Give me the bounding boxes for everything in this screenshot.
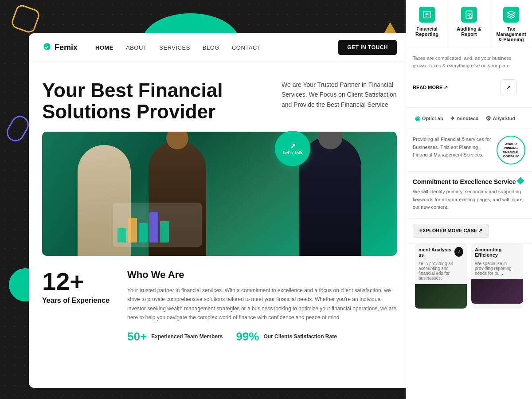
logo-icon	[42, 43, 52, 52]
years-number: 12+	[42, 269, 110, 294]
financial-reporting-icon	[419, 7, 435, 23]
explorer-section: EXPLORER MORE CASE ↗	[406, 219, 532, 243]
case-2-desc: We specialize in providing reporting nee…	[471, 261, 523, 279]
case-cards-section: ment Analysis ss ↗ ze in providing all a…	[406, 243, 532, 309]
nav-services[interactable]: SERVICES	[159, 43, 190, 51]
logo-opticlab: ◉ OpticLab	[415, 115, 443, 122]
hero-right-content: We are Your Trusted Partner in Financial…	[282, 80, 397, 118]
case-1-arrow[interactable]: ↗	[454, 247, 463, 257]
explorer-more-case-button[interactable]: EXPLORER MORE CASE ↗	[413, 224, 489, 238]
award-text: AWARD WINNING FINANCIAL COMPANY	[497, 140, 524, 160]
satisfaction-stat: 99% Our Clients Satisfaction Rate	[236, 330, 336, 344]
read-more-link[interactable]: READ MORE ↗	[413, 85, 448, 90]
stats-section: 12+ Years of Experience Who We Are Your …	[29, 256, 410, 344]
financial-reporting-label: Financial Reporting	[411, 26, 442, 37]
service-icons-row: Financial Reporting Auditing & Report Ta…	[406, 0, 532, 49]
hero-image	[42, 132, 397, 256]
about-text: Providing all Financial & services for B…	[413, 136, 492, 159]
logo-aliyastud: ⚙ AliyaStud	[485, 115, 516, 122]
get-in-touch-button[interactable]: GET IN TOUCH	[338, 40, 397, 55]
commitment-desc: We will identify primary, secondary and …	[413, 188, 525, 211]
lets-talk-label: Let's Talk	[283, 150, 303, 155]
hero-section: Your Best Financial Solutions Provider W…	[29, 62, 410, 123]
who-we-are-section: Who We Are Your trusted partner in finan…	[127, 269, 397, 344]
tax-description-section: Taxes are complicated, and, as your busi…	[406, 49, 532, 108]
commitment-title: Commitment to Excellence Service	[413, 178, 525, 185]
lets-talk-button[interactable]: ↗ Let's Talk	[275, 131, 310, 166]
nav-links: HOME ABOUT SERVICES BLOG CONTACT	[95, 43, 338, 51]
chart-visual	[113, 203, 202, 247]
about-text-block: Providing all Financial & services for B…	[413, 136, 492, 164]
nav-blog[interactable]: BLOG	[203, 43, 219, 51]
service-auditing: Auditing & Report	[448, 0, 490, 49]
tax-icon	[503, 7, 519, 23]
satisfaction-number: 99%	[236, 330, 259, 344]
service-financial-reporting: Financial Reporting	[406, 0, 448, 49]
team-label: Experienced Team Members	[151, 333, 223, 340]
hero-title: Your Best Financial Solutions Provider	[42, 80, 228, 123]
auditing-icon	[461, 7, 477, 23]
hero-description: We are Your Trusted Partner in Financial…	[282, 80, 397, 110]
lets-talk-arrow: ↗	[290, 142, 296, 150]
case-1-image	[415, 284, 467, 309]
right-panel: Financial Reporting Auditing & Report Ta…	[406, 0, 532, 399]
case-2-title: Accounting Efficiency	[475, 247, 520, 258]
case-2-image	[471, 279, 523, 304]
years-label: Years of Experience	[42, 296, 110, 305]
logo[interactable]: Femix	[42, 43, 78, 52]
arrow-icon: ↗	[506, 84, 511, 91]
mini-stats: 50+ Experienced Team Members 99% Our Cli…	[127, 330, 397, 344]
team-stat: 50+ Experienced Team Members	[127, 330, 223, 344]
about-award-section: Providing all Financial & services for B…	[406, 129, 532, 172]
main-content-card: Femix HOME ABOUT SERVICES BLOG CONTACT G…	[29, 33, 410, 388]
logo-mindtecd: ✦ mindtecd	[450, 115, 479, 122]
who-description: Your trusted partner in financial servic…	[127, 286, 397, 322]
tax-label: Tax Management & Planning	[496, 26, 527, 42]
satisfaction-label: Our Clients Satisfaction Rate	[263, 333, 336, 340]
who-title: Who We Are	[127, 269, 397, 281]
auditing-label: Auditing & Report	[454, 26, 485, 37]
logo-text: Femix	[55, 43, 78, 52]
logos-section: ◉ OpticLab ✦ mindtecd ⚙ AliyaStud	[406, 108, 532, 129]
case-card-2: Accounting Efficiency We specialize in p…	[471, 243, 523, 309]
case-1-desc: ze in providing all accounting and finan…	[415, 261, 467, 284]
tax-description: Taxes are complicated, and, as your busi…	[413, 55, 525, 69]
nav-about[interactable]: ABOUT	[126, 43, 147, 51]
nav-home[interactable]: HOME	[95, 43, 113, 51]
team-number: 50+	[127, 330, 147, 344]
navbar: Femix HOME ABOUT SERVICES BLOG CONTACT G…	[29, 33, 410, 62]
commitment-section: Commitment to Excellence Service We will…	[406, 172, 532, 219]
case-card-1: ment Analysis ss ↗ ze in providing all a…	[415, 243, 467, 309]
service-tax: Tax Management & Planning	[490, 0, 532, 49]
svg-point-2	[469, 15, 472, 18]
arrow-box-button[interactable]: ↗	[501, 79, 516, 95]
award-badge: AWARD WINNING FINANCIAL COMPANY	[497, 136, 525, 164]
case-1-title: ment Analysis ss	[419, 247, 454, 258]
nav-contact[interactable]: CONTACT	[232, 43, 261, 51]
years-stat: 12+ Years of Experience	[42, 269, 110, 305]
